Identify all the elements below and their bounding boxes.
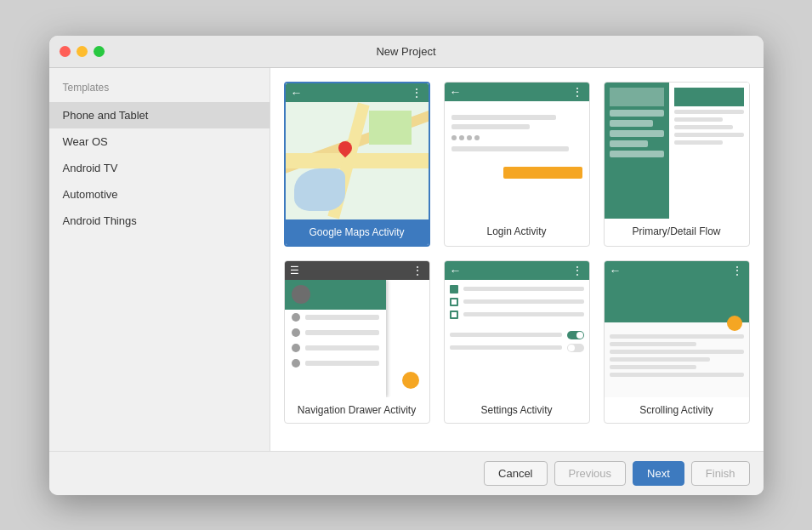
scroll-hero — [605, 280, 749, 322]
login-dot — [467, 135, 472, 140]
nav-preview — [285, 280, 429, 397]
template-login[interactable]: ← ⋮ — [444, 82, 590, 247]
settings-label — [450, 333, 562, 337]
phone-mockup-nav: ☰ ⋮ — [285, 261, 429, 397]
template-primary-detail[interactable]: Primary/Detail Flow — [604, 82, 750, 247]
primary-preview — [605, 83, 749, 219]
titlebar: New Project — [49, 36, 764, 68]
menu-icon: ☰ — [290, 265, 299, 276]
primary-list-item — [610, 140, 648, 147]
map-marker — [338, 141, 352, 155]
template-google-maps-thumb: ← ⋮ — [286, 83, 429, 219]
toggle-off — [567, 344, 584, 352]
settings-label — [463, 287, 584, 291]
back-icon: ← — [291, 86, 303, 100]
nav-item-text — [305, 330, 379, 335]
sidebar-item-automotive[interactable]: Automotive — [49, 181, 270, 208]
settings-divider — [450, 323, 584, 327]
more-icon-scrolling: ⋮ — [731, 264, 744, 277]
primary-list-item — [610, 120, 654, 127]
sidebar-header: Templates — [49, 82, 270, 102]
nav-drawer-header — [285, 280, 386, 310]
map-water — [294, 168, 345, 211]
template-google-maps[interactable]: ← ⋮ — [284, 82, 430, 247]
settings-row — [450, 311, 584, 319]
nav-item — [285, 325, 386, 340]
login-spacer — [451, 156, 582, 162]
template-settings[interactable]: ← ⋮ — [444, 260, 590, 424]
sidebar-item-android-tv[interactable]: Android TV — [49, 155, 270, 181]
finish-button[interactable]: Finish — [691, 461, 750, 486]
checkbox-unchecked — [450, 298, 458, 306]
checkbox-unchecked — [450, 311, 458, 319]
primary-detail — [669, 83, 749, 219]
primary-detail-line — [674, 110, 744, 114]
template-login-label: Login Activity — [445, 219, 589, 244]
back-icon-settings: ← — [450, 264, 462, 277]
bottom-bar: Cancel Previous Next Finish — [49, 451, 764, 495]
map-road-horizontal — [286, 153, 429, 168]
back-icon-scrolling: ← — [610, 264, 622, 277]
more-icon: ⋮ — [411, 86, 423, 100]
phone-topbar-scrolling: ← ⋮ — [605, 261, 749, 280]
phone-body — [286, 102, 429, 219]
phone-body-login — [445, 101, 589, 219]
template-scrolling[interactable]: ← ⋮ — [604, 260, 750, 424]
new-project-window: New Project Templates Phone and Tablet W… — [49, 36, 764, 495]
sidebar: Templates Phone and Tablet Wear OS Andro… — [49, 68, 270, 451]
minimize-button[interactable] — [77, 46, 88, 57]
nav-item-icon — [292, 359, 300, 368]
phone-mockup-settings: ← ⋮ — [445, 261, 589, 397]
map-park — [369, 111, 412, 145]
templates-grid: ← ⋮ — [270, 68, 764, 451]
nav-item-icon — [292, 313, 300, 322]
nav-drawer — [285, 280, 386, 397]
nav-item-text — [305, 361, 379, 366]
scroll-line — [610, 365, 697, 369]
phone-body-scrolling — [605, 280, 749, 397]
primary-topbar — [610, 88, 665, 106]
nav-item — [285, 356, 386, 371]
phone-body-primary — [605, 83, 749, 219]
login-line2 — [451, 124, 530, 129]
template-nav-drawer[interactable]: ☰ ⋮ — [284, 260, 430, 424]
settings-row — [450, 331, 584, 339]
nav-fab — [402, 372, 419, 389]
login-preview — [445, 101, 589, 185]
template-google-maps-label: Google Maps Activity — [286, 219, 429, 245]
close-button[interactable] — [60, 46, 71, 57]
sidebar-item-wear-os[interactable]: Wear OS — [49, 128, 270, 155]
scroll-preview — [605, 280, 749, 397]
more-icon-nav: ⋮ — [412, 264, 424, 277]
primary-list-item — [610, 130, 665, 137]
maximize-button[interactable] — [94, 46, 105, 57]
sidebar-item-android-things[interactable]: Android Things — [49, 208, 270, 234]
phone-mockup-primary — [605, 83, 749, 219]
phone-mockup: ← ⋮ — [286, 83, 429, 219]
scroll-line — [610, 342, 697, 346]
template-scrolling-thumb: ← ⋮ — [605, 261, 749, 397]
sidebar-item-phone-tablet[interactable]: Phone and Tablet — [49, 102, 270, 128]
settings-preview — [445, 280, 589, 357]
cancel-button[interactable]: Cancel — [484, 461, 547, 486]
phone-body-nav — [285, 280, 429, 397]
primary-detail-line — [674, 117, 723, 122]
nav-item-icon — [292, 328, 300, 337]
template-nav-drawer-label: Navigation Drawer Activity — [285, 397, 429, 423]
scroll-line — [610, 350, 744, 354]
settings-label — [463, 312, 584, 316]
login-line3 — [451, 146, 570, 151]
phone-mockup-login: ← ⋮ — [445, 83, 589, 219]
maps-preview — [286, 102, 429, 219]
settings-label — [463, 299, 584, 304]
login-dots — [451, 135, 582, 140]
nav-item — [285, 340, 386, 356]
window-controls — [60, 46, 105, 57]
previous-button[interactable]: Previous — [554, 461, 627, 486]
scroll-line — [610, 334, 744, 339]
primary-list-item — [610, 151, 665, 157]
nav-avatar — [292, 285, 310, 304]
next-button[interactable]: Next — [633, 461, 684, 486]
login-line1 — [451, 115, 556, 120]
login-dot — [459, 135, 464, 140]
